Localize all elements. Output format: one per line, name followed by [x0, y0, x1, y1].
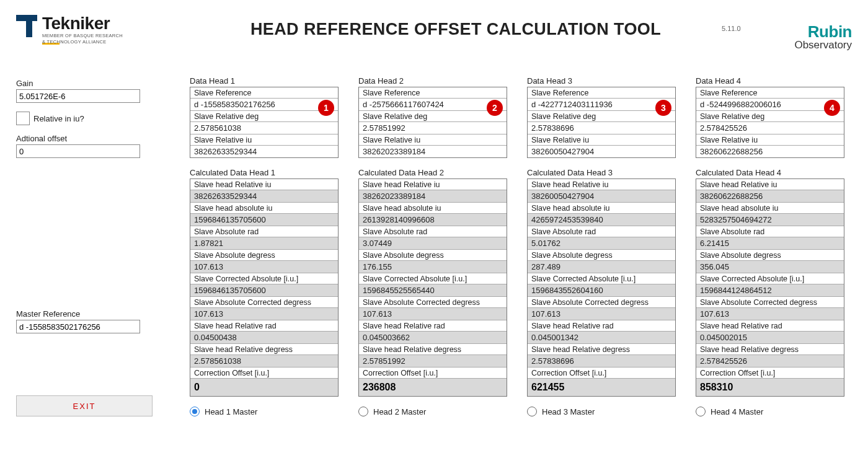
calc-slave-absolute-rad: 3.07449 — [359, 237, 507, 250]
calc-slave-head-absolute-iu: 2613928140996608 — [359, 214, 507, 226]
calc-slave-abs-corrected-deg: 107.613 — [190, 308, 338, 320]
correction-offset-value: 236808 — [359, 379, 507, 396]
calc-slave-abs-corrected-deg: 107.613 — [528, 308, 675, 320]
rubin-logo: Rubin Observatory — [759, 11, 852, 51]
head-master-radio-4[interactable] — [696, 407, 706, 416]
calc-slave-absolute-deg: 287.489 — [528, 261, 675, 273]
relative-iu-checkbox[interactable] — [16, 112, 30, 125]
slave-relative-iu-input[interactable]: 38262633529344 — [190, 146, 338, 157]
master-reference-input[interactable] — [16, 320, 140, 333]
version-label: 5.11.0 — [722, 25, 759, 32]
calc-head-box: Slave head Relative iu 38260622688256 Sl… — [696, 178, 844, 397]
slave-relative-iu-input[interactable]: 38260622688256 — [696, 146, 844, 157]
head-master-radio-3[interactable] — [527, 407, 537, 416]
calc-slave-abs-corrected-deg: 107.613 — [696, 308, 844, 320]
data-head-box: 1 Slave Reference d -1558583502176256 Sl… — [190, 87, 339, 158]
additional-offset-input[interactable] — [16, 144, 140, 158]
calc-slave-head-relative-rad: 0.045003662 — [359, 332, 507, 344]
data-head-title: Data Head 2 — [358, 76, 507, 86]
calc-slave-corrected-abs-iu: 1596846135705600 — [190, 284, 338, 297]
slave-relative-deg-input[interactable]: 2.578425526 — [696, 122, 844, 134]
calc-head-title: Calculated Data Head 1 — [190, 168, 339, 177]
slave-relative-deg-input[interactable]: 2.57838696 — [528, 122, 675, 134]
calc-slave-absolute-deg: 176.155 — [359, 261, 507, 273]
data-head-box: 3 Slave Reference d -4227712403111936 Sl… — [527, 87, 676, 158]
data-head-title: Data Head 1 — [190, 76, 339, 86]
correction-offset-value: 0 — [190, 379, 338, 396]
calc-slave-absolute-rad: 1.87821 — [190, 237, 338, 250]
calc-slave-head-relative-iu: 38260050427904 — [528, 190, 675, 203]
tekniker-logo: Tekniker MEMBER OF BASQUE RESEARCH & TEC… — [16, 11, 190, 45]
calc-slave-head-relative-rad: 0.045001342 — [528, 332, 675, 344]
calc-slave-head-relative-iu: 38260622688256 — [696, 190, 844, 203]
head-master-radio-2[interactable] — [358, 407, 368, 416]
gain-label: Gain — [16, 79, 171, 88]
head-master-radio-label: Head 4 Master — [711, 407, 763, 416]
slave-relative-iu-input[interactable]: 38262023389184 — [359, 146, 507, 157]
tekniker-name: Tekniker — [42, 15, 123, 32]
calc-head-title: Calculated Data Head 3 — [527, 168, 676, 177]
calc-slave-head-relative-deg: 2.57838696 — [528, 355, 675, 368]
calc-head-title: Calculated Data Head 2 — [358, 168, 507, 177]
calc-slave-absolute-deg: 107.613 — [190, 261, 338, 273]
slave-reference-input[interactable]: d -4227712403111936 — [528, 99, 675, 111]
slave-relative-deg-input[interactable]: 2.57851992 — [359, 122, 507, 134]
calc-head-title: Calculated Data Head 4 — [696, 168, 844, 177]
exit-button[interactable]: EXIT — [16, 395, 153, 416]
slave-reference-input[interactable]: d -2575666117607424 — [359, 99, 507, 111]
calc-slave-corrected-abs-iu: 1596845525565440 — [359, 284, 507, 297]
calc-slave-head-relative-rad: 0.045002015 — [696, 332, 844, 344]
head-master-radio-label: Head 2 Master — [373, 407, 426, 416]
calc-slave-absolute-rad: 5.01762 — [528, 237, 675, 250]
additional-offset-label: Adtional offset — [16, 134, 171, 143]
calc-slave-head-relative-deg: 2.578425526 — [696, 355, 844, 368]
calc-slave-head-absolute-iu: 5283257504694272 — [696, 214, 844, 226]
data-head-box: 4 Slave Reference d -5244996882006016 Sl… — [696, 87, 844, 158]
data-head-title: Data Head 3 — [527, 76, 676, 86]
calc-head-box: Slave head Relative iu 38260050427904 Sl… — [527, 178, 676, 397]
calc-slave-head-absolute-iu: 1596846135705600 — [190, 214, 338, 226]
calc-slave-head-relative-rad: 0.04500438 — [190, 332, 338, 344]
relative-iu-label: Relative in iu? — [33, 114, 84, 123]
head-master-radio-label: Head 1 Master — [205, 407, 257, 416]
calc-slave-corrected-abs-iu: 1596843552604160 — [528, 284, 675, 297]
page-title: HEAD REFERENCE OFFSET CALCULATION TOOL — [190, 20, 722, 39]
head-badge-4: 4 — [824, 100, 840, 116]
head-badge-3: 3 — [655, 100, 671, 116]
calc-slave-head-relative-deg: 2.57851992 — [359, 355, 507, 368]
calc-head-box: Slave head Relative iu 38262633529344 Sl… — [190, 178, 339, 397]
correction-offset-value: 621455 — [528, 379, 675, 396]
head-badge-1: 1 — [318, 100, 334, 116]
master-reference-label: Master Reference — [16, 309, 171, 319]
correction-offset-value: 858310 — [696, 379, 844, 396]
calc-slave-absolute-deg: 356.045 — [696, 261, 844, 273]
slave-relative-deg-input[interactable]: 2.578561038 — [190, 122, 338, 134]
data-head-title: Data Head 4 — [696, 76, 844, 86]
data-head-box: 2 Slave Reference d -2575666117607424 Sl… — [358, 87, 507, 158]
head-master-radio-label: Head 3 Master — [542, 407, 595, 416]
calc-head-box: Slave head Relative iu 38262023389184 Sl… — [358, 178, 507, 397]
calc-slave-head-relative-iu: 38262023389184 — [359, 190, 507, 203]
calc-slave-head-absolute-iu: 4265972453539840 — [528, 214, 675, 226]
calc-slave-head-relative-deg: 2.578561038 — [190, 355, 338, 368]
slave-relative-iu-input[interactable]: 38260050427904 — [528, 146, 675, 157]
calc-slave-absolute-rad: 6.21415 — [696, 237, 844, 250]
gain-input[interactable] — [16, 89, 140, 103]
head-badge-2: 2 — [487, 100, 503, 116]
calc-slave-corrected-abs-iu: 1596844124864512 — [696, 284, 844, 297]
slave-reference-input[interactable]: d -5244996882006016 — [696, 99, 844, 111]
calc-slave-abs-corrected-deg: 107.613 — [359, 308, 507, 320]
head-master-radio-1[interactable] — [190, 407, 200, 416]
calc-slave-head-relative-iu: 38262633529344 — [190, 190, 338, 203]
slave-reference-input[interactable]: d -1558583502176256 — [190, 99, 338, 111]
